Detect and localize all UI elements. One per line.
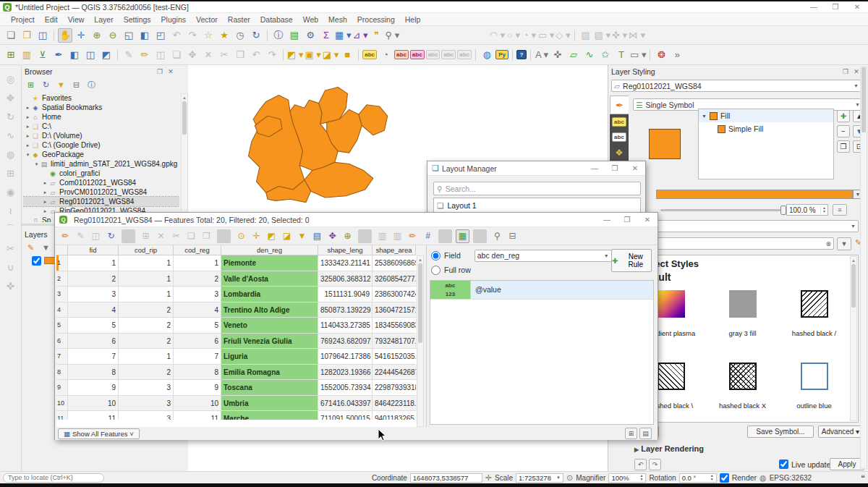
toolbar-overflow-icon[interactable]: » (670, 48, 684, 62)
opacity-spinbox[interactable]: 100.0 % ▲▼ (786, 204, 828, 216)
circle-tool-icon[interactable]: ○ ▾ (506, 28, 521, 43)
coordinate-input[interactable] (410, 473, 482, 483)
save-edits-icon[interactable]: ◫ (153, 48, 168, 62)
shape-area-cell[interactable]: 23863007424 (373, 287, 416, 302)
slider-handle[interactable] (780, 206, 786, 215)
den-reg-cell[interactable]: Marche (221, 411, 318, 420)
refresh-map-icon[interactable]: ↻ (249, 28, 263, 43)
pan-mode-icon[interactable]: ✥ (326, 229, 339, 243)
shape-leng-cell[interactable]: 850873.139229 (318, 302, 373, 318)
undo-style-icon[interactable]: ↶ (634, 459, 647, 470)
tab-symbology[interactable]: ✒ (610, 96, 629, 114)
layout-list-item[interactable]: ❏ Layout 1 (434, 198, 640, 213)
locate-input[interactable] (3, 473, 104, 483)
style-item[interactable]: outline blue (780, 360, 848, 423)
full-row-radio[interactable] (431, 266, 441, 275)
cod-rip-cell[interactable]: 2 (119, 334, 174, 350)
geometry-checker-icon[interactable]: ▨ (579, 28, 593, 43)
edit-expression-icon[interactable]: ✏ (406, 229, 420, 243)
rotate-label-icon[interactable]: abc (441, 50, 456, 59)
rotation-spinbox[interactable]: 0.0 ° ▲▼ (679, 473, 717, 483)
row-number-cell[interactable]: 10 (56, 396, 68, 412)
zoom-to-selection-icon[interactable]: ⊙ (234, 229, 248, 243)
den-reg-cell[interactable]: Umbria (221, 396, 318, 412)
expander-icon[interactable]: ▸ (25, 143, 31, 148)
den-reg-cell[interactable]: Emilia Romagna (221, 365, 318, 381)
deselect-all-icon[interactable]: ◪ (280, 229, 294, 243)
browser-tree-item[interactable]: ▾ ◆ GeoPackage (23, 150, 179, 159)
refresh-browser-icon[interactable]: ↻ (40, 79, 52, 91)
paste-features-icon[interactable]: ❒ (233, 48, 247, 62)
topology-checker-icon[interactable]: ▧ ▾ (595, 28, 610, 43)
close-panel-icon[interactable]: ✕ (166, 68, 175, 75)
delete-feature-icon[interactable]: ✕ (154, 229, 168, 243)
messages-icon[interactable]: ❝ (861, 473, 865, 483)
table-row[interactable]: 9 9 3 9 Toscana 1552005.73934 2298793931… (56, 380, 424, 396)
expander-icon[interactable]: ▸ (25, 124, 31, 130)
cod-reg-cell[interactable]: 7 (174, 349, 221, 365)
format-rule-row[interactable]: abc 123 @value (430, 281, 653, 300)
close-button[interactable]: ✕ (637, 216, 658, 224)
shape-leng-cell[interactable]: 1333423.21141 (318, 255, 373, 271)
auto-annotation-icon[interactable]: A ▾ (535, 48, 549, 62)
collapse-all-icon[interactable]: ⊟ (70, 79, 82, 91)
menu-item[interactable]: Processing (352, 14, 400, 25)
cod-rip-cell[interactable]: 1 (119, 271, 174, 287)
search-widget-icon[interactable]: ⚲ (490, 229, 504, 243)
duplicate-symbol-layer-button[interactable]: ❐ (837, 140, 850, 153)
measure-icon[interactable]: ⊿ ▾ (352, 28, 367, 43)
menu-item[interactable]: Layer (89, 14, 118, 25)
fid-cell[interactable]: 5 (68, 318, 119, 334)
shape-area-cell[interactable]: 9401183265.4 (373, 411, 416, 420)
row-number-cell[interactable]: 4 (56, 302, 68, 318)
row-number-cell[interactable]: 1 (56, 255, 68, 271)
den-reg-cell[interactable]: Trentino Alto Adige (221, 302, 318, 318)
move-feature-tool-icon[interactable]: ✥ (4, 90, 18, 105)
cod-rip-cell[interactable]: 3 (119, 396, 174, 412)
cod-reg-cell[interactable]: 10 (174, 396, 221, 412)
row-number-cell[interactable]: 9 (56, 380, 68, 396)
rotate-feature-icon[interactable]: ↻ (4, 109, 18, 124)
shape-leng-cell[interactable]: 1282023.19366 (318, 365, 373, 381)
den-reg-cell[interactable]: Liguria (221, 349, 318, 365)
shape-leng-cell[interactable]: 1079642.17386 (318, 349, 373, 365)
layout-manager-titlebar[interactable]: ❏ Layout Manager — ❐ ✕ (427, 161, 645, 176)
new-geopackage-icon[interactable]: ▥ (20, 48, 34, 62)
field-radio[interactable] (431, 251, 441, 261)
layer-labeling-icon[interactable]: abc (362, 50, 377, 59)
menu-item[interactable]: Edit (40, 14, 63, 25)
row-number-cell[interactable]: 11 (56, 411, 68, 420)
browser-tree-item[interactable]: ▸ ▱ Reg01012021_WGS84 (23, 197, 179, 206)
table-scrollbar[interactable]: ▲ (417, 255, 424, 427)
shape-area-cell[interactable]: 8464223118.3 (373, 396, 416, 412)
tab-3d-view[interactable]: ❖ (616, 148, 624, 158)
spinner-arrows-icon[interactable]: ▲▼ (820, 206, 827, 213)
shape-area-cell[interactable]: 3260854277.1 (373, 271, 416, 287)
cod-reg-cell[interactable]: 11 (174, 411, 221, 420)
cod-reg-cell[interactable]: 6 (174, 334, 221, 350)
cod-reg-cell[interactable]: 1 (174, 255, 221, 271)
den-reg-cell[interactable]: Toscana (221, 380, 318, 396)
cod-reg-cell[interactable]: 5 (174, 318, 221, 334)
copy-feature-icon[interactable]: ❏ (184, 229, 198, 243)
browser-tree-item[interactable]: ▸ ❏ C:\ (Google Drive) (23, 140, 179, 150)
cod-rip-cell[interactable]: 1 (119, 255, 174, 271)
attribute-table-icon[interactable]: ▦ ▾ (335, 28, 351, 43)
maximize-button[interactable]: ❐ (605, 164, 625, 172)
cod-rip-cell[interactable]: 2 (119, 318, 174, 334)
show-bookmarks-icon[interactable]: ★ (217, 28, 231, 43)
column-header[interactable]: cod_reg (174, 245, 221, 255)
filter-dropdown-icon[interactable]: ▼ (837, 237, 851, 250)
new-rule-button[interactable]: ✚ New Rule (611, 249, 652, 272)
search-layer-icon[interactable]: ⚲ ▾ (385, 28, 399, 43)
data-defined-override-icon[interactable]: ≡ (833, 204, 847, 216)
help-icon[interactable]: ? (516, 50, 527, 59)
menu-item[interactable]: Web (298, 14, 323, 25)
remove-symbol-layer-button[interactable]: − (837, 125, 850, 137)
rectangle-tool-icon[interactable]: ▭ ▾ (538, 28, 554, 43)
fid-cell[interactable]: 8 (68, 365, 119, 381)
select-by-location-icon[interactable]: ◎ (4, 72, 18, 86)
maximize-button[interactable]: ❐ (617, 216, 637, 224)
table-row[interactable]: 3 3 1 3 Lombardia 1511131.9049 238630074… (56, 287, 424, 302)
close-button[interactable]: ✕ (846, 3, 868, 11)
